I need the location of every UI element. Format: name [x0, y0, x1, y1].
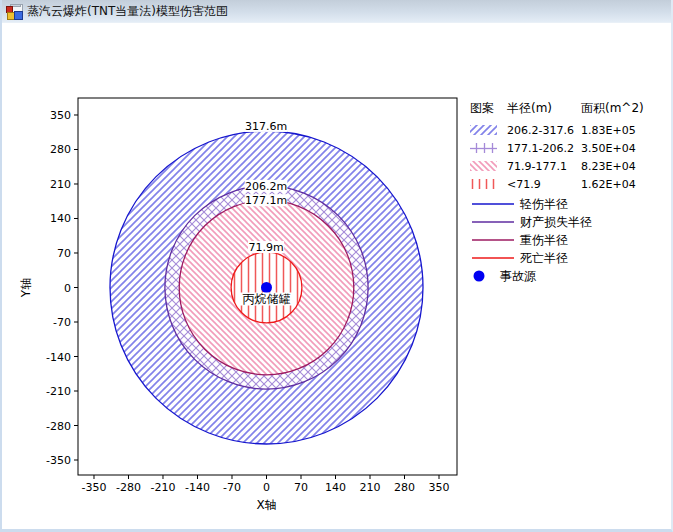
- y-tick-label: 350: [50, 109, 71, 122]
- y-tick-label: 70: [57, 247, 71, 260]
- legend-area-value: 3.50E+04: [581, 142, 636, 155]
- center-label: 丙烷储罐: [243, 292, 291, 306]
- legend-swatch-177.1: [470, 161, 497, 171]
- y-tick-label: 140: [50, 212, 71, 225]
- legend-radius-range: 177.1-206.2: [507, 142, 574, 155]
- legend-line-label: 财产损失半径: [520, 215, 592, 229]
- y-axis-label: Y轴: [19, 278, 33, 298]
- x-tick-label: -70: [223, 481, 241, 494]
- y-tick-label: -350: [46, 454, 71, 467]
- y-tick-label: -140: [46, 351, 71, 364]
- radius-annotation-317.6: 317.6m: [245, 120, 287, 133]
- y-tick-label: 210: [50, 178, 71, 191]
- x-tick-label: 210: [360, 481, 381, 494]
- legend-header-pattern: 图案: [470, 101, 494, 115]
- legend-area-value: 8.23E+04: [581, 160, 636, 173]
- legend-line-label: 重伤半径: [520, 233, 568, 247]
- title-bar[interactable]: 蒸汽云爆炸(TNT当量法)模型伤害范围: [0, 0, 673, 23]
- x-tick-label: -140: [185, 481, 210, 494]
- y-tick-label: -280: [46, 420, 71, 433]
- legend-swatch-317.6: [470, 125, 497, 135]
- x-tick-label: 280: [394, 481, 415, 494]
- y-tick-label: 0: [64, 282, 71, 295]
- legend-area-value: 1.83E+05: [581, 124, 636, 137]
- x-tick-label: 0: [263, 481, 270, 494]
- legend-header-area: 面积(m^2): [581, 101, 644, 115]
- legend-source-dot: [474, 271, 485, 282]
- legend-radius-range: <71.9: [507, 178, 541, 191]
- x-tick-label: 350: [429, 481, 450, 494]
- legend-radius-range: 206.2-317.6: [507, 124, 574, 137]
- x-tick-label: -280: [116, 481, 141, 494]
- y-tick-label: -210: [46, 385, 71, 398]
- legend-source-label: 事故源: [500, 269, 536, 283]
- legend-radius-range: 71.9-177.1: [507, 160, 567, 173]
- chart-panel: 丙烷储罐317.6m206.2m177.1m71.9m-350-280-210-…: [0, 23, 673, 529]
- x-tick-label: -210: [151, 481, 176, 494]
- y-tick-label: 280: [50, 143, 71, 156]
- damage-range-chart: 丙烷储罐317.6m206.2m177.1m71.9m-350-280-210-…: [0, 23, 673, 529]
- legend-line-label: 死亡半径: [520, 251, 568, 265]
- radius-annotation-71.9: 71.9m: [248, 241, 283, 254]
- x-tick-label: 140: [325, 481, 346, 494]
- radius-annotation-177.1: 177.1m: [245, 194, 287, 207]
- window-title: 蒸汽云爆炸(TNT当量法)模型伤害范围: [27, 3, 228, 20]
- legend-header-radius: 半径(m): [507, 101, 552, 115]
- legend-line-label: 轻伤半径: [519, 197, 568, 211]
- radius-annotation-206.2: 206.2m: [245, 180, 287, 193]
- model-damage-range-window: 蒸汽云爆炸(TNT当量法)模型伤害范围 丙烷储罐317.6m206.2m177.…: [0, 0, 673, 532]
- x-tick-label: -350: [82, 481, 107, 494]
- y-tick-label: -70: [53, 316, 71, 329]
- x-axis-label: X轴: [256, 498, 276, 512]
- legend-swatch-71.9: [470, 179, 497, 189]
- legend-swatch-206.2: [470, 143, 497, 153]
- legend-area-value: 1.62E+04: [581, 178, 636, 191]
- form-icon: [6, 4, 22, 19]
- x-tick-label: 70: [294, 481, 308, 494]
